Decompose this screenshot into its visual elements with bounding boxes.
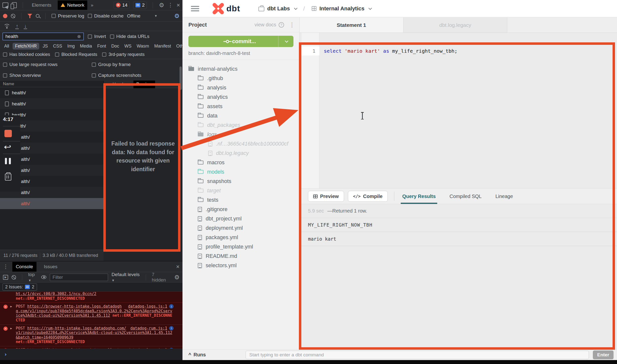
tab-preview[interactable]: Preview [133,81,155,88]
kebab-menu-icon[interactable]: ⋮ [168,2,173,8]
tab-dbt-log-legacy[interactable]: dbt.log.legacy [403,17,507,33]
has-blocked-cookies-checkbox[interactable]: Has blocked cookies [3,52,50,57]
throttling-caret-icon[interactable]: ▼ [154,14,158,18]
sql-editor[interactable]: 1 select 'mario kart' as my_life_right_n… [300,33,617,188]
tab-network[interactable]: Network [58,0,87,10]
tab-elements[interactable]: Elements [29,0,54,10]
tree-item[interactable]: .github [182,74,299,83]
tree-item[interactable]: selectors.yml [182,261,299,270]
console-error[interactable]: ✕▶ i datadog-logs.js:1 POST https://brow… [0,303,182,324]
settings-gear-icon[interactable]: ⚙ [159,2,164,8]
issue-info-icon[interactable]: i [169,304,174,309]
enter-button[interactable]: Enter [593,350,614,359]
issue-info-icon[interactable]: i [169,326,174,331]
drawer-menu-icon[interactable]: ⋮ [3,264,8,270]
tree-item[interactable]: analytics [182,92,299,102]
hide-data-urls-checkbox[interactable]: Hide data URLs [110,34,149,39]
error-source-link[interactable]: datadog-rum.js:1 [130,326,167,331]
console-error[interactable]: ✕▶ i datadog-logs.js:1 POST https://fish… [0,346,182,348]
context-select[interactable]: top ▼ [28,272,38,283]
expand-caret-icon[interactable]: ▶ [10,305,12,308]
device-toolbar-icon[interactable] [12,2,17,8]
tree-item[interactable]: analysis [182,83,299,92]
use-large-rows-checkbox[interactable]: Use large request rows [3,62,92,67]
runs-toggle[interactable]: ^Runs [188,352,246,358]
tree-item[interactable]: dbt_packages [182,120,299,130]
tree-item[interactable]: internal-analytics [182,64,299,74]
filter-chip[interactable]: All [2,43,11,49]
tree-item[interactable]: packages.yml [182,233,299,242]
filter-chip[interactable]: Wasm [135,43,151,49]
export-har-icon[interactable]: ↓ [24,23,27,29]
network-filter-input[interactable]: health⊗ [2,33,84,40]
expand-caret-icon[interactable]: ▶ [10,327,12,330]
error-source-link[interactable]: datadog-logs.js:1 [128,304,167,309]
error-url-link[interactable]: https://fishtownanalytics.sinter-collect… [16,348,124,348]
error-count-badge[interactable]: ✕14 [114,1,130,9]
close-drawer-icon[interactable]: × [176,263,180,270]
console-scrollbar[interactable] [180,66,182,90]
blocked-requests-checkbox[interactable]: Blocked Requests [55,52,97,57]
filter-chip[interactable]: Font [95,43,108,49]
network-conditions-icon[interactable] [3,24,10,29]
preserve-log-checkbox[interactable]: Preserve log [52,13,84,19]
throttling-select[interactable]: Offline [127,13,141,19]
search-icon[interactable] [36,14,39,18]
compile-button[interactable]: </>Compile [348,191,388,202]
tab-console[interactable]: Console [12,262,36,272]
sidebar-kebab-icon[interactable]: ⋮ [289,21,295,28]
filter-chip[interactable]: CSS [51,43,64,49]
more-tabs-icon[interactable]: » [91,2,93,8]
import-har-icon[interactable]: ↑ [15,23,19,29]
tree-item[interactable]: snapshots [182,177,299,186]
delete-recording-icon[interactable] [5,174,11,181]
error-url-link[interactable]: ht.s/1/dcvc.t00/0.3002.1/ncu.0ccn/2 [16,292,96,296]
commit-button[interactable]: commit... [188,36,293,47]
network-request-row-selected[interactable]: alth/ [0,198,104,209]
inspect-element-icon[interactable] [2,2,8,8]
issues-chip[interactable]: 2 Issues: 2 [2,283,37,291]
capture-screenshots-checkbox[interactable]: Capture screenshots [92,73,141,78]
commit-dropdown[interactable] [278,36,293,47]
filter-chip-active[interactable]: Fetch/XHR [13,43,39,50]
tree-item[interactable]: target [182,186,299,195]
view-docs-link[interactable]: view docs [254,22,276,28]
network-request-row[interactable]: health/ [0,87,104,98]
disable-cache-checkbox[interactable]: Disable cache [88,13,124,19]
project-select[interactable]: Internal Analytics [319,5,364,12]
tree-item[interactable]: data [182,111,299,120]
show-overview-checkbox[interactable]: Show overview [3,73,92,78]
console-settings-gear-icon[interactable]: ⚙ [174,274,180,280]
invert-checkbox[interactable]: Invert [88,34,106,39]
tab-query-results[interactable]: Query Results [401,189,437,204]
requests-column-header[interactable]: Name [0,81,104,87]
help-icon[interactable]: ? [279,22,284,28]
issue-count-badge[interactable]: 2 [133,1,147,9]
filter-chip[interactable]: JS [41,43,50,49]
close-devtools-icon[interactable]: × [177,2,180,9]
tree-item[interactable]: logs [182,130,299,139]
filter-chip[interactable]: Doc [109,43,121,49]
console-error[interactable]: ht.s/1/dcvc.t00/0.3002.1/ncu.0ccn/2 net:… [0,291,182,303]
network-request-row[interactable]: health/ [0,98,104,109]
third-party-requests-checkbox[interactable]: 3rd-party requests [102,52,145,57]
preview-button[interactable]: Preview [308,191,344,202]
console-prompt[interactable]: › [0,348,182,360]
tree-item[interactable]: dbt_project.yml [182,214,299,223]
pause-recording-icon[interactable] [5,158,11,164]
filter-funnel-icon[interactable] [27,14,32,18]
stop-recording-button[interactable] [4,130,12,137]
tree-item[interactable]: deployment.yml [182,223,299,233]
tab-statement-1[interactable]: Statement 1 [300,17,403,33]
clear-filter-icon[interactable]: ⊗ [77,34,81,39]
error-source-link[interactable]: datadog-logs.js:1 [128,348,167,348]
tab-lineage[interactable]: Lineage [494,189,514,204]
tree-item[interactable]: macros [182,158,299,167]
close-pane-icon[interactable]: × [106,82,109,87]
account-select[interactable]: dbt Labs [267,5,290,12]
more-pane-tabs-icon[interactable]: » [159,82,162,87]
tree-item[interactable]: assets [182,102,299,111]
tree-item[interactable]: profile_template.yml [182,242,299,251]
live-expression-icon[interactable] [41,275,46,279]
console-error[interactable]: ✕▶ i datadog-rum.js:1 POST https://rum-h… [0,325,182,346]
